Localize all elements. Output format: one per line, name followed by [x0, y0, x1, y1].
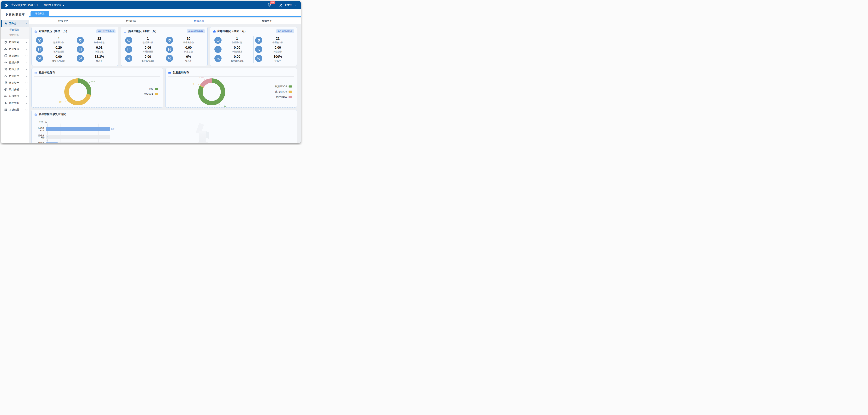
- bar-value-label: 0: [47, 135, 48, 138]
- sidebar-item-data-governance[interactable]: 数据治理: [1, 52, 29, 59]
- sidebar-item-statistics[interactable]: 统计分析: [1, 86, 29, 93]
- section-tab-data-governance[interactable]: 数据治理: [165, 18, 233, 24]
- dw-overview-card: 治理库概况（单位：万） 共0.85万条数据 1数据源个数 10物理表个数: [121, 27, 208, 66]
- user-icon: [4, 101, 7, 104]
- notifications-button[interactable]: 99+: [268, 3, 271, 8]
- label-callout-line: [219, 104, 223, 106]
- chevron-down-icon: [295, 5, 297, 6]
- sidebar-item-data-assets[interactable]: ¥ 数据资产: [1, 79, 29, 86]
- standard-donut-chart: 410: [53, 75, 103, 109]
- repair-tools-icon: [214, 55, 221, 62]
- chevron-down-icon: [26, 82, 27, 84]
- database-icon: [125, 46, 132, 53]
- dev-database-icon: [4, 68, 7, 71]
- legend-item[interactable]: 国家标准: [144, 93, 158, 96]
- bar-row: 治理库DW 0: [35, 133, 294, 140]
- svg-text:?: ?: [258, 49, 259, 50]
- chevron-down-icon: [26, 49, 27, 50]
- legend-swatch: [288, 86, 292, 88]
- layers-icon: [255, 37, 262, 44]
- shield-percent-icon: %: [255, 55, 262, 62]
- slice-value-label: 4: [94, 81, 95, 83]
- stat-issue-count: ? 0.00问题总数: [253, 45, 294, 54]
- sidebar-item-data-application[interactable]: 数据应用: [1, 72, 29, 79]
- total-records-badge: 共0.31万条数据: [276, 29, 294, 33]
- stat-evaluated-volume: 0.06评测数据量: [124, 45, 164, 54]
- open-tabs-bar: 平台概览: [29, 9, 301, 17]
- stat-fixed-count: 0.00已修复问题数: [124, 54, 164, 63]
- legend-item[interactable]: 规范: [144, 88, 158, 91]
- stat-datasource-count: 1数据源个数: [124, 36, 164, 45]
- sidebar: 龙石数据底座 工作台 平台概览 消息通知 数据规划 数据集成: [1, 9, 29, 143]
- bar-chart-icon: [213, 30, 216, 33]
- stat-table-count: 22物理表个数: [75, 36, 116, 45]
- total-records-badge: 共62.12万条数据: [96, 29, 116, 33]
- label-callout-line: [195, 84, 199, 85]
- legend: 规范 国家标准: [144, 88, 158, 96]
- donut-slice: [78, 78, 91, 95]
- section-tab-data-assets[interactable]: 数据资产: [29, 18, 97, 24]
- main-area: 平台概览 数据资产 数据归集 数据治理 数据共享 贴源库概况（单位：万）: [29, 9, 301, 143]
- svg-text:%: %: [258, 58, 259, 59]
- brand-logo-icon: [4, 2, 9, 8]
- workbench-submenu: 平台概览 消息通知: [1, 27, 29, 39]
- stat-evaluated-volume: 0.00评测数据量: [213, 45, 253, 54]
- sidebar-item-workbench[interactable]: 工作台: [1, 20, 29, 27]
- repair-tools-icon: [36, 55, 43, 62]
- stat-fix-rate: % 18.3%修复率: [75, 54, 116, 63]
- database-icon: [4, 54, 7, 57]
- bar-chart-icon: [34, 30, 37, 33]
- bar-value-label: 100: [111, 128, 114, 130]
- user-icon: [279, 3, 283, 7]
- chevron-down-icon: [26, 75, 27, 76]
- sidebar-title: 龙石数据底座: [1, 9, 29, 20]
- question-doc-icon: ?: [255, 46, 262, 53]
- section-tab-data-collection[interactable]: 数据归集: [97, 18, 165, 24]
- chevron-down-icon: [26, 69, 27, 70]
- layers-icon: [166, 37, 173, 44]
- sidebar-item-data-development[interactable]: 数据开发: [1, 66, 29, 72]
- legend-item[interactable]: 应用库ADS: [275, 90, 292, 93]
- app-window: 龙石数据中台V3.6.1 苏槐的工作空间 99+ 郑志伟 龙石数据底座 工作台: [1, 1, 301, 143]
- repair-tools-icon: [125, 55, 132, 62]
- layers-icon: [77, 37, 84, 44]
- card-title: 贴源库概况（单位：万）: [39, 30, 68, 33]
- cloud-icon: [4, 61, 7, 64]
- sidebar-item-data-sharing[interactable]: 数据共享: [1, 59, 29, 66]
- sidebar-item-user-center[interactable]: 用户中心: [1, 100, 29, 106]
- sidebar-item-data-integration[interactable]: 数据集成: [1, 45, 29, 52]
- bar-ads: [46, 127, 110, 131]
- username: 郑志伟: [285, 3, 292, 7]
- database-icon: [36, 46, 43, 53]
- legend-item[interactable]: 治理库DW: [275, 95, 292, 99]
- legend-item[interactable]: 贴源库ODS: [275, 85, 292, 88]
- layers-icon: [4, 41, 7, 44]
- sidebar-item-notifications[interactable]: 消息通知: [1, 32, 29, 38]
- tab-platform-overview[interactable]: 平台概览: [31, 11, 49, 16]
- ads-overview-card: 应用库概况（单位：万） 共0.31万条数据 1数据源个数 21物理表个数: [210, 27, 297, 66]
- section-tab-data-sharing[interactable]: 数据共享: [233, 18, 301, 24]
- bar-chart-icon: [124, 30, 126, 33]
- workspace-switcher[interactable]: 苏槐的工作空间: [44, 3, 64, 7]
- chevron-down-icon: [26, 102, 27, 104]
- top-header: 龙石数据中台V3.6.1 苏槐的工作空间 99+ 郑志伟: [1, 1, 301, 9]
- bar-ods: [46, 142, 58, 143]
- sidebar-item-basic-config[interactable]: 基础配置: [1, 106, 29, 113]
- chevron-down-icon: [26, 62, 27, 63]
- monitor-camera-icon: !: [4, 95, 7, 98]
- slice-value-label: 0: [193, 83, 194, 85]
- dashboard-content: 贴源库概况（单位：万） 共62.12万条数据 4数据源个数 22物理表个: [29, 24, 301, 143]
- sidebar-item-platform-overview[interactable]: 平台概览: [1, 27, 29, 32]
- card-title: 治理库概况（单位：万）: [128, 30, 158, 33]
- card-title: 质量规则分布: [173, 71, 189, 74]
- share-nodes-icon: [4, 74, 7, 77]
- sidebar-item-data-planning[interactable]: 数据规划: [1, 39, 29, 45]
- chevron-down-icon: [26, 42, 27, 43]
- card-title: 各层数据库修复率情况: [39, 113, 66, 116]
- stat-datasource-count: 4数据源个数: [34, 36, 75, 45]
- question-doc-icon: ?: [77, 46, 84, 53]
- sidebar-item-ops-monitoring[interactable]: ! 运维监控: [1, 93, 29, 100]
- legend-swatch: [288, 96, 292, 98]
- workspace-name: 苏槐的工作空间: [44, 3, 61, 7]
- user-menu[interactable]: 郑志伟: [279, 3, 297, 7]
